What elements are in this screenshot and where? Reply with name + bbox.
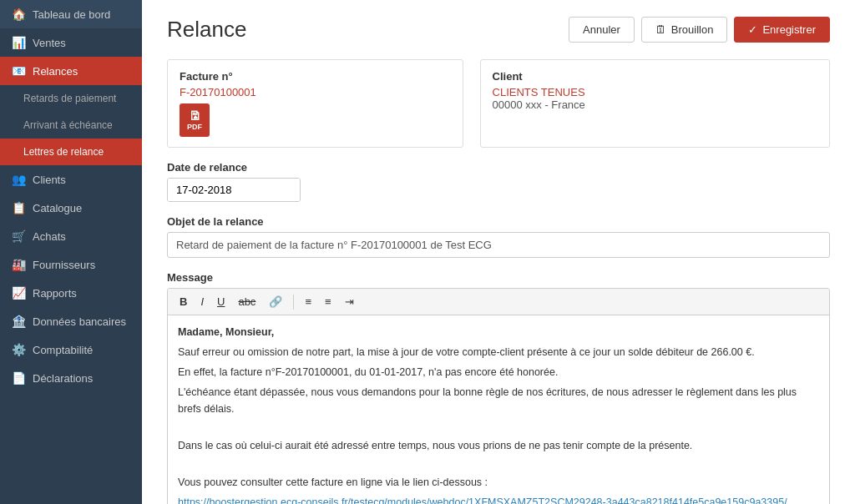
- page-title: Relance: [167, 17, 246, 43]
- italic-button[interactable]: I: [195, 293, 209, 310]
- ventes-icon: 📊: [12, 36, 26, 49]
- date-input-wrap: 📅: [167, 178, 301, 202]
- message-label: Message: [167, 271, 830, 284]
- invoice-client-row: Facture n° F-20170100001 🖺 PDF Client CL…: [167, 59, 830, 148]
- sidebar: 🏠Tableau de bord📊Ventes📧RelancesRetards …: [0, 0, 142, 504]
- sidebar-item-arrivant-a-echeance[interactable]: Arrivant à échéance: [0, 112, 142, 139]
- save-button[interactable]: ✓ Enregistrer: [734, 17, 830, 43]
- page-header: Relance Annuler 🗓 Brouillon ✓ Enregistre…: [167, 17, 830, 43]
- body-line3: L'échéance étant dépassée, nous vous dem…: [178, 384, 819, 417]
- bold-button[interactable]: B: [175, 293, 192, 310]
- invoice-number[interactable]: F-20170100001: [180, 86, 451, 98]
- sidebar-label-clients: Clients: [33, 174, 66, 186]
- client-address: 00000 xxx - France: [493, 98, 817, 111]
- sidebar-label-rapports: Rapports: [33, 287, 77, 300]
- date-section: Date de relance 📅: [167, 161, 830, 202]
- message-section: Message B I U abc 🔗 ≡ ≡ ⇥ Madame, Monsie…: [167, 271, 830, 504]
- body-link-anchor[interactable]: https://boostergestion.ecg-conseils.fr/t…: [178, 496, 787, 504]
- editor-toolbar: B I U abc 🔗 ≡ ≡ ⇥: [168, 289, 829, 315]
- sidebar-label-retards-de-paiement: Retards de paiement: [23, 93, 116, 104]
- sidebar-item-achats[interactable]: 🛒Achats: [0, 222, 142, 250]
- save-label: Enregistrer: [762, 23, 816, 36]
- indent-button[interactable]: ⇥: [340, 293, 359, 310]
- fournisseurs-icon: 🏭: [12, 258, 26, 271]
- draft-icon: 🗓: [655, 23, 666, 36]
- draft-label: Brouillon: [671, 23, 714, 36]
- body-line1: Sauf erreur ou omission de notre part, l…: [178, 344, 819, 360]
- sidebar-item-ventes[interactable]: 📊Ventes: [0, 28, 142, 57]
- toolbar-separator-1: [293, 295, 294, 310]
- sidebar-item-clients[interactable]: 👥Clients: [0, 165, 142, 194]
- strikethrough-button[interactable]: abc: [233, 293, 261, 310]
- main-content: Relance Annuler 🗓 Brouillon ✓ Enregistre…: [142, 0, 855, 504]
- sidebar-item-declarations[interactable]: 📄Déclarations: [0, 364, 142, 392]
- objet-section: Objet de la relance: [167, 215, 830, 258]
- sidebar-label-relances: Relances: [33, 65, 78, 78]
- greeting-line: Madame, Monsieur,: [178, 324, 819, 340]
- body-link: https://boostergestion.ecg-conseils.fr/t…: [178, 494, 819, 504]
- achats-icon: 🛒: [12, 229, 26, 243]
- body-line2: En effet, la facture n°F-20170100001, du…: [178, 364, 819, 381]
- clients-icon: 👥: [12, 173, 26, 186]
- sidebar-label-arrivant-a-echeance: Arrivant à échéance: [23, 119, 113, 131]
- sidebar-label-achats: Achats: [33, 230, 66, 243]
- rapports-icon: 📈: [12, 286, 26, 300]
- sidebar-item-comptabilite[interactable]: ⚙️Comptabilité: [0, 335, 142, 364]
- client-name[interactable]: CLIENTS TENUES: [493, 86, 817, 98]
- sidebar-item-catalogue[interactable]: 📋Catalogue: [0, 194, 142, 222]
- message-body[interactable]: Madame, Monsieur, Sauf erreur ou omissio…: [168, 315, 829, 504]
- sidebar-label-donnees-bancaires: Données bancaires: [33, 315, 126, 328]
- catalogue-icon: 📋: [12, 201, 26, 214]
- sidebar-item-rapports[interactable]: 📈Rapports: [0, 279, 142, 307]
- sidebar-label-comptabilite: Comptabilité: [33, 344, 93, 356]
- sidebar-item-fournisseurs[interactable]: 🏭Fournisseurs: [0, 250, 142, 279]
- date-input[interactable]: [168, 179, 301, 201]
- body-line4: Dans le cas où celui-ci aurait été adres…: [178, 437, 819, 454]
- sidebar-item-retards-de-paiement[interactable]: Retards de paiement: [0, 85, 142, 112]
- body-line5: Vous pouvez consulter cette facture en l…: [178, 474, 819, 491]
- check-icon: ✓: [748, 23, 757, 36]
- sidebar-label-lettres-de-relance: Lettres de relance: [23, 146, 104, 158]
- strike-label: abc: [238, 295, 255, 308]
- sidebar-label-catalogue: Catalogue: [33, 202, 82, 214]
- pdf-icon[interactable]: 🖺 PDF: [180, 103, 210, 137]
- tableau-de-bord-icon: 🏠: [12, 8, 26, 21]
- relances-icon: 📧: [12, 64, 26, 78]
- invoice-box: Facture n° F-20170100001 🖺 PDF: [167, 59, 463, 148]
- client-box: Client CLIENTS TENUES 00000 xxx - France: [480, 59, 830, 148]
- draft-button[interactable]: 🗓 Brouillon: [641, 17, 728, 43]
- link-button[interactable]: 🔗: [264, 293, 287, 310]
- sidebar-item-lettres-de-relance[interactable]: Lettres de relance: [0, 139, 142, 165]
- list-unordered-button[interactable]: ≡: [300, 293, 316, 310]
- list-ordered-button[interactable]: ≡: [320, 293, 336, 310]
- sidebar-label-tableau-de-bord: Tableau de bord: [33, 8, 110, 21]
- sidebar-item-relances[interactable]: 📧Relances: [0, 57, 142, 85]
- sidebar-label-fournisseurs: Fournisseurs: [33, 259, 95, 271]
- underline-button[interactable]: U: [212, 293, 230, 310]
- sidebar-item-donnees-bancaires[interactable]: 🏦Données bancaires: [0, 307, 142, 335]
- objet-input[interactable]: [167, 232, 830, 258]
- client-label: Client: [493, 70, 817, 83]
- header-buttons: Annuler 🗓 Brouillon ✓ Enregistrer: [569, 17, 830, 43]
- declarations-icon: 📄: [12, 371, 26, 385]
- cancel-button[interactable]: Annuler: [569, 17, 635, 43]
- date-label: Date de relance: [167, 161, 830, 174]
- sidebar-label-declarations: Déclarations: [33, 372, 93, 385]
- donnees-bancaires-icon: 🏦: [12, 315, 26, 328]
- sidebar-label-ventes: Ventes: [33, 37, 66, 49]
- objet-label: Objet de la relance: [167, 215, 830, 228]
- sidebar-item-tableau-de-bord[interactable]: 🏠Tableau de bord: [0, 0, 142, 28]
- message-editor: B I U abc 🔗 ≡ ≡ ⇥ Madame, Monsieur, Sauf…: [167, 288, 830, 504]
- comptabilite-icon: ⚙️: [12, 343, 26, 356]
- invoice-label: Facture n°: [180, 70, 451, 83]
